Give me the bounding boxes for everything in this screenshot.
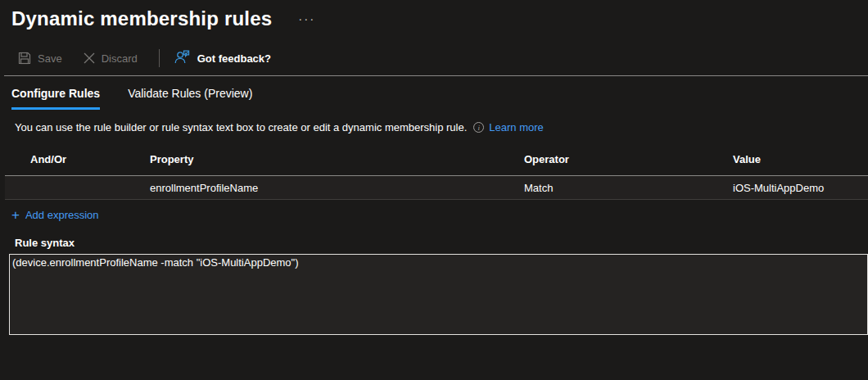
column-header-operator: Operator (524, 153, 733, 165)
cell-operator[interactable]: Match (524, 182, 733, 194)
plus-icon: + (11, 210, 20, 221)
add-expression-button[interactable]: + Add expression (11, 209, 99, 221)
discard-button[interactable]: Discard (84, 52, 138, 65)
command-toolbar: Save Discard Got feedback? (18, 46, 868, 70)
save-button[interactable]: Save (18, 52, 62, 65)
rule-syntax-label: Rule syntax (15, 237, 868, 249)
pivot-tabs: Configure Rules Validate Rules (Preview) (11, 87, 868, 110)
feedback-person-icon (174, 50, 190, 66)
add-expression-label: Add expression (25, 209, 99, 221)
tab-validate-rules[interactable]: Validate Rules (Preview) (128, 87, 252, 110)
save-icon (18, 52, 31, 65)
learn-more-link[interactable]: Learn more (489, 121, 543, 133)
column-header-property: Property (150, 153, 524, 165)
page-header: Dynamic membership rules ··· (0, 0, 868, 31)
discard-x-icon (84, 52, 95, 64)
save-button-label: Save (38, 52, 62, 65)
discard-button-label: Discard (102, 52, 138, 65)
table-header-row: And/Or Property Operator Value (5, 143, 868, 176)
rule-builder-table: And/Or Property Operator Value enrollmen… (5, 143, 868, 200)
toolbar-divider (4, 75, 868, 76)
got-feedback-button[interactable]: Got feedback? (174, 50, 271, 66)
rule-syntax-textarea[interactable]: (device.enrollmentProfileName -match "iO… (9, 254, 868, 335)
got-feedback-label: Got feedback? (197, 52, 271, 65)
info-icon[interactable]: i (473, 122, 484, 133)
more-options-icon[interactable]: ··· (295, 13, 319, 25)
column-header-and-or: And/Or (5, 153, 150, 165)
cell-property[interactable]: enrollmentProfileName (150, 182, 524, 194)
column-header-value: Value (733, 153, 868, 165)
tab-configure-rules[interactable]: Configure Rules (11, 87, 100, 110)
description-line: You can use the rule builder or rule syn… (15, 121, 868, 133)
description-text: You can use the rule builder or rule syn… (15, 121, 467, 133)
cell-value[interactable]: iOS-MultiAppDemo (733, 182, 868, 194)
table-row[interactable]: enrollmentProfileName Match iOS-MultiApp… (5, 176, 868, 200)
toolbar-separator (159, 49, 160, 67)
page-title: Dynamic membership rules (11, 7, 272, 30)
